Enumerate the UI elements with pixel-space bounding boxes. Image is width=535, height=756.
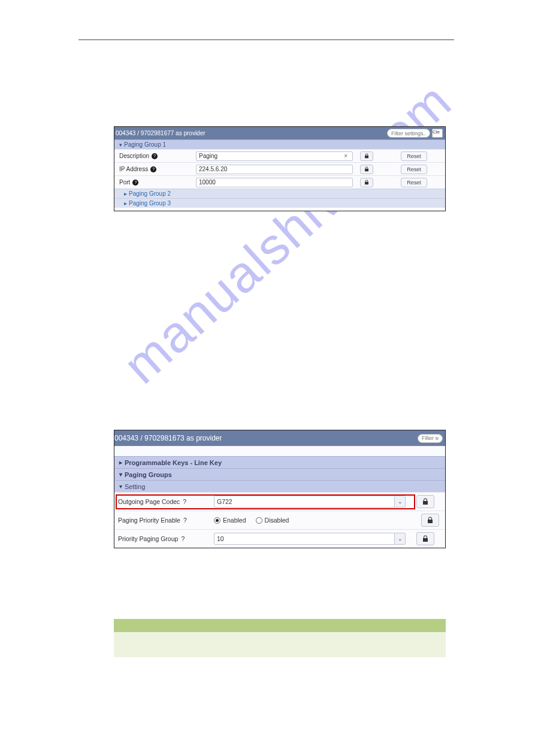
top-rule [78,40,454,40]
section-label: Paging Group 1 [124,141,166,148]
lock-button[interactable] [360,151,373,161]
radio-disabled[interactable]: Disabled [256,517,289,524]
section-paging-group-2[interactable]: ▸ Paging Group 2 [114,189,445,198]
panel2-spacer [114,446,445,456]
section-setting[interactable]: ▾ Setting [114,480,445,492]
chevron-down-icon: ⌄ [394,496,405,507]
row-priority-paging-group: Priority Paging Group ? 10 ⌄ [114,529,445,548]
input-value: 10000 [199,179,216,186]
field-label: Description [119,153,149,159]
lock-button[interactable] [421,514,439,527]
panel1-header-text: 004343 / 9702981677 as provider [116,130,205,136]
help-icon[interactable]: ? [183,498,186,505]
priority-paging-group-select[interactable]: 10 ⌄ [214,533,406,545]
select-value: G722 [217,498,232,505]
outgoing-page-codec-select[interactable]: G722 ⌄ [214,496,406,508]
section-label: Programmable Keys - Line Key [125,459,222,466]
watermark-text: manualshive.com [112,71,463,395]
lock-button[interactable] [416,495,434,508]
reset-button[interactable]: Reset [401,178,427,187]
field-label: Paging Priority Enable [118,517,180,524]
help-icon[interactable]: ? [132,180,138,186]
radio-label: Enabled [223,517,246,524]
chevron-down-icon: ▾ [119,471,122,478]
green-band [114,619,446,632]
clear-filter-button[interactable]: Cle [432,129,443,138]
field-label: Priority Paging Group [118,535,178,542]
screenshot-paging-group-config: 004343 / 9702981677 as provider Cle ▾ Pa… [114,126,446,211]
description-input[interactable]: Paging × [196,151,353,161]
radio-enabled[interactable]: Enabled [214,517,246,524]
chevron-down-icon: ▾ [119,142,122,148]
section-label: Paging Group 2 [129,190,171,197]
radio-label: Disabled [265,517,289,524]
section-paging-groups[interactable]: ▾ Paging Groups [114,468,445,480]
chevron-right-icon: ▸ [124,200,127,207]
section-paging-group-3[interactable]: ▸ Paging Group 3 [114,198,445,208]
row-paging-priority-enable: Paging Priority Enable ? Enabled Disable… [114,511,445,529]
pale-band [114,632,446,657]
input-value: Paging [199,153,217,159]
filter-settings-input[interactable] [418,434,443,443]
section-paging-group-1[interactable]: ▾ Paging Group 1 [114,139,445,149]
row-description: Description ? Paging × Reset [114,149,445,162]
lock-button[interactable] [360,178,373,187]
input-value: 224.5.6.20 [199,166,227,172]
select-value: 10 [217,535,224,542]
chevron-down-icon: ▾ [119,483,122,490]
port-input[interactable]: 10000 [196,178,353,187]
field-label: Outgoing Page Codec [118,498,180,505]
reset-button[interactable]: Reset [401,151,427,161]
clear-input-icon[interactable]: × [341,153,350,159]
screenshot-paging-settings: 004343 / 9702981673 as provider ▸ Progra… [114,430,446,548]
section-label: Setting [125,483,145,490]
section-label: Paging Groups [125,471,172,478]
lock-button[interactable] [416,532,434,545]
help-icon[interactable]: ? [152,153,158,159]
section-programmable-keys[interactable]: ▸ Programmable Keys - Line Key [114,456,445,468]
field-label: Port [119,179,130,186]
filter-settings-input[interactable] [387,129,430,138]
panel2-header: 004343 / 9702981673 as provider [114,430,445,446]
reset-button[interactable]: Reset [401,165,427,174]
paging-priority-radio-group: Enabled Disabled [214,517,289,524]
row-port: Port ? 10000 Reset [114,175,445,189]
ip-address-input[interactable]: 224.5.6.20 [196,165,353,174]
lock-button[interactable] [360,165,373,174]
row-outgoing-page-codec: Outgoing Page Codec ? G722 ⌄ [114,492,445,511]
field-label: IP Address [119,166,148,172]
help-icon[interactable]: ? [181,535,185,542]
help-icon[interactable]: ? [183,517,187,524]
chevron-down-icon: ⌄ [394,533,405,544]
row-ip-address: IP Address ? 224.5.6.20 Reset [114,162,445,175]
panel1-header: 004343 / 9702981677 as provider Cle [114,127,445,139]
panel2-header-text: 004343 / 9702981673 as provider [114,434,222,442]
chevron-right-icon: ▸ [124,190,127,197]
section-label: Paging Group 3 [129,200,171,207]
chevron-right-icon: ▸ [119,459,122,466]
help-icon[interactable]: ? [150,166,156,172]
